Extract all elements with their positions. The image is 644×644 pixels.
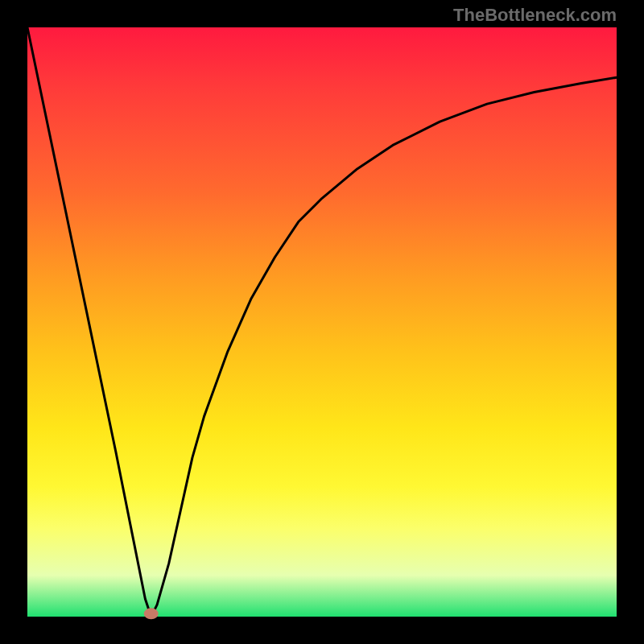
bottleneck-curve (27, 27, 617, 617)
chart-frame: TheBottleneck.com (0, 0, 644, 644)
optimal-point-marker (144, 608, 159, 619)
curve-layer (0, 0, 644, 644)
